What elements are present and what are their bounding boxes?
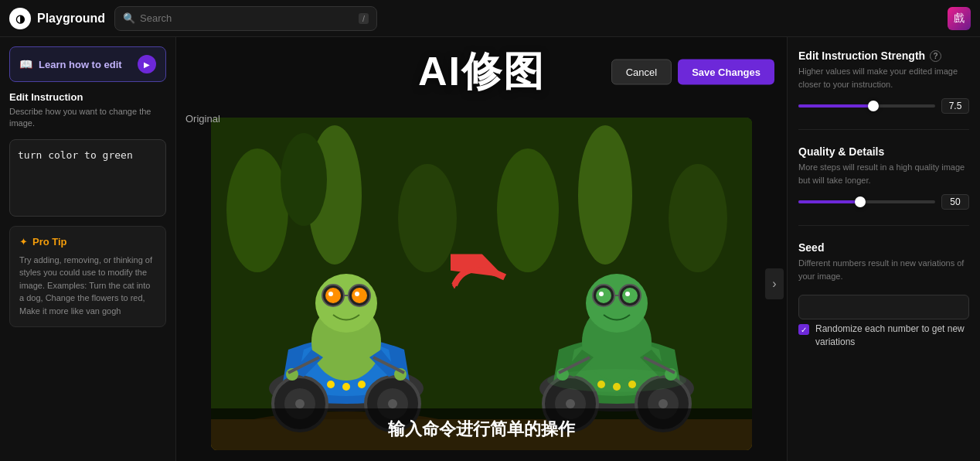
- svg-point-1: [226, 149, 288, 272]
- caption-overlay: 输入命令进行简单的操作: [211, 408, 752, 450]
- svg-point-35: [578, 125, 632, 265]
- svg-point-21: [355, 292, 359, 296]
- strength-desc: Higher values will make your edited imag…: [798, 65, 969, 90]
- original-label: Original: [185, 113, 220, 125]
- avatar[interactable]: 戲: [948, 7, 971, 30]
- svg-point-63: [547, 369, 686, 392]
- quality-slider-thumb[interactable]: [855, 196, 866, 207]
- pro-tip-text: Try adding, removing, or thinking of sty…: [19, 254, 156, 318]
- strength-title: Edit Instruction Strength: [798, 50, 925, 62]
- edit-instruction-desc: Describe how you want to change the imag…: [9, 106, 166, 130]
- image-left: [211, 118, 481, 450]
- divider-1: [798, 129, 969, 130]
- svg-point-13: [388, 399, 397, 408]
- strength-slider-thumb[interactable]: [868, 101, 879, 111]
- image-right: [481, 118, 752, 450]
- search-bar[interactable]: 🔍 /: [114, 6, 377, 31]
- quality-value: 50: [941, 194, 969, 210]
- seed-title: Seed: [798, 241, 824, 254]
- logo-icon: ◑: [9, 8, 31, 29]
- pro-tip-card: ✦ Pro Tip Try adding, removing, or think…: [9, 226, 166, 328]
- edit-instruction-input[interactable]: turn color to green: [9, 139, 166, 217]
- svg-point-31: [358, 381, 366, 388]
- nav-logo: ◑ Playground: [9, 8, 105, 29]
- svg-point-10: [295, 399, 305, 408]
- strength-info-icon[interactable]: ?: [930, 50, 941, 62]
- randomize-label: Randomize each number to get new variati…: [815, 323, 969, 349]
- svg-point-41: [566, 399, 575, 408]
- svg-point-3: [398, 164, 457, 272]
- edit-instruction-title: Edit Instruction: [9, 91, 166, 103]
- quality-section: Quality & Details More steps will result…: [798, 145, 969, 210]
- image-container: 输入命令进行简单的操作: [211, 118, 752, 450]
- quality-title: Quality & Details: [798, 145, 884, 158]
- svg-point-19: [352, 288, 367, 303]
- svg-point-44: [658, 399, 668, 408]
- svg-point-30: [342, 383, 350, 391]
- play-icon: ▶: [138, 55, 156, 73]
- right-sidebar: Edit Instruction Strength ? Higher value…: [787, 37, 980, 461]
- search-icon: 🔍: [123, 12, 135, 24]
- divider-2: [798, 225, 969, 226]
- quality-slider-fill: [798, 200, 860, 203]
- learn-btn-label: Learn how to edit: [39, 59, 122, 70]
- svg-point-50: [622, 288, 638, 303]
- strength-slider-container: 7.5: [798, 98, 969, 114]
- strength-value: 7.5: [941, 98, 969, 114]
- randomize-checkbox[interactable]: ✓: [798, 324, 809, 335]
- canvas-header: AI修图 Cancel Save Changes: [176, 37, 787, 107]
- quality-slider-container: 50: [798, 194, 969, 210]
- left-sidebar: 📖 Learn how to edit ▶ Edit Instruction D…: [0, 37, 176, 461]
- strength-slider-fill: [798, 104, 873, 108]
- svg-point-20: [328, 292, 333, 296]
- svg-point-49: [596, 288, 611, 303]
- svg-point-36: [669, 164, 727, 272]
- canvas-image-area: Original: [176, 107, 787, 461]
- quality-slider-track[interactable]: [798, 200, 935, 203]
- svg-point-4: [281, 133, 327, 226]
- svg-point-29: [327, 381, 335, 388]
- seed-section: Seed Different numbers result in new var…: [798, 241, 969, 349]
- center-canvas: AI修图 Cancel Save Changes Original: [176, 37, 787, 461]
- pro-tip-title: Pro Tip: [32, 236, 67, 248]
- canvas-title: AI修图: [418, 45, 545, 99]
- edit-instruction-section: Edit Instruction Describe how you want t…: [9, 91, 166, 130]
- book-icon: 📖: [19, 58, 32, 70]
- search-input[interactable]: [140, 12, 354, 24]
- scroll-right-button[interactable]: ›: [765, 268, 784, 299]
- svg-point-51: [599, 292, 604, 296]
- strength-slider-track[interactable]: [798, 104, 935, 108]
- star-icon: ✦: [19, 236, 28, 248]
- search-shortcut: /: [359, 13, 369, 24]
- seed-input[interactable]: [798, 295, 969, 319]
- randomize-row: ✓ Randomize each number to get new varia…: [798, 323, 969, 349]
- svg-point-18: [325, 288, 341, 303]
- svg-point-34: [497, 149, 559, 272]
- seed-desc: Different numbers result in new variatio…: [798, 257, 969, 282]
- main-layout: 📖 Learn how to edit ▶ Edit Instruction D…: [0, 37, 980, 461]
- quality-desc: More steps will result in a high quality…: [798, 161, 969, 186]
- image-bg: [211, 118, 752, 450]
- cancel-button[interactable]: Cancel: [611, 60, 672, 85]
- save-changes-button[interactable]: Save Changes: [678, 60, 774, 85]
- nav-title: Playground: [37, 12, 105, 26]
- strength-section: Edit Instruction Strength ? Higher value…: [798, 50, 969, 114]
- svg-point-52: [625, 292, 630, 296]
- topnav: ◑ Playground 🔍 / 戲: [0, 0, 980, 37]
- canvas-actions: Cancel Save Changes: [611, 60, 774, 85]
- learn-how-to-edit-button[interactable]: 📖 Learn how to edit ▶: [9, 46, 166, 82]
